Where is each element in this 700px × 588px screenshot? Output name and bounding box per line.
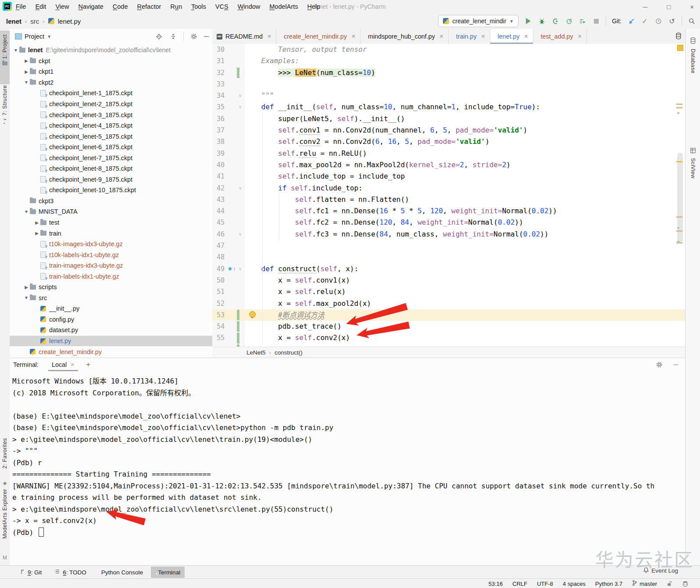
close-icon[interactable]: ✕ <box>439 33 444 39</box>
line-number[interactable]: 40 <box>212 159 225 171</box>
tree-item-lenet[interactable]: ▼lenetE:\gitee\mindspore\model_zoo\offic… <box>10 45 212 56</box>
minimize-button[interactable]: ─ <box>643 3 648 11</box>
menu-refactor[interactable]: Refactor <box>137 3 161 10</box>
project-panel-title[interactable]: Project <box>25 33 44 40</box>
fold-icon[interactable]: ∨ <box>239 101 242 113</box>
editor-gutter[interactable]: 36 <box>212 113 244 125</box>
run-button[interactable] <box>524 17 532 25</box>
hide-panel-button[interactable]: ─ <box>674 361 678 368</box>
editor-gutter[interactable]: 47 <box>212 240 244 251</box>
tree-expand-icon[interactable]: ▶ <box>23 285 30 290</box>
tree-expand-icon[interactable]: ▼ <box>23 209 30 214</box>
editor-gutter[interactable]: 53 <box>212 309 244 321</box>
status-caret-position[interactable]: 53:16 <box>489 581 503 587</box>
tab-train-py[interactable]: train.py✕ <box>449 29 490 44</box>
code-editor[interactable]: 30 Tensor, output tensor31 Examples:32 >… <box>212 44 685 347</box>
line-number[interactable]: 51 <box>212 286 225 298</box>
editor-gutter[interactable]: 34∨ <box>212 90 244 101</box>
editor-gutter[interactable]: 39 <box>212 148 244 159</box>
tab-create-lenet-mindir-py[interactable]: create_lenet_mindir.py✕ <box>276 29 361 44</box>
status-encoding[interactable]: UTF-8 <box>537 581 553 587</box>
tree-item-checkpoint-lenet-10-1875-ckpt[interactable]: checkpoint_lenet-10_1875.ckpt <box>10 185 212 196</box>
breadcrumb-class[interactable]: LeNet5 <box>246 349 266 356</box>
tree-item-checkpoint-lenet-2-1875-ckpt[interactable]: checkpoint_lenet-2_1875.ckpt <box>10 99 212 110</box>
line-number[interactable]: 30 <box>212 44 225 55</box>
inspections-indicator[interactable] <box>677 45 683 51</box>
editor-gutter[interactable]: 45 <box>212 217 244 228</box>
settings-gear-icon[interactable] <box>655 361 663 369</box>
status-line-separator[interactable]: CRLF <box>512 581 527 587</box>
tree-expand-icon[interactable]: ▶ <box>23 69 30 74</box>
line-number[interactable]: 34 <box>212 90 225 101</box>
menu-edit[interactable]: Edit <box>35 3 46 10</box>
line-number[interactable]: 52 <box>212 298 225 309</box>
line-number[interactable]: 35 <box>212 101 225 113</box>
tree-item-src[interactable]: ▼src <box>10 293 212 304</box>
toolwindow-favorites[interactable]: 2: Favorites <box>0 438 10 480</box>
tree-item-scripts[interactable]: ▶scripts <box>10 282 212 293</box>
terminal-tab-local[interactable]: Local ✕ <box>50 358 76 371</box>
search-everywhere-button[interactable] <box>688 17 696 25</box>
line-number[interactable]: 37 <box>212 125 225 136</box>
editor-gutter[interactable]: 43 <box>212 194 244 205</box>
tree-expand-icon[interactable]: ▶ <box>23 58 30 63</box>
git-update-button[interactable] <box>627 17 635 25</box>
toolwindow-button-terminal[interactable]: Terminal <box>151 566 185 578</box>
maximize-button[interactable]: □ <box>667 3 671 11</box>
tree-item-checkpoint-lenet-5-1875-ckpt[interactable]: checkpoint_lenet-5_1875.ckpt <box>10 131 212 142</box>
tab-readme-md[interactable]: MDREADME.md✕ <box>212 29 276 44</box>
editor-gutter[interactable]: 48 <box>212 251 244 263</box>
line-number[interactable]: 54 <box>212 321 225 332</box>
menu-run[interactable]: Run <box>170 3 182 10</box>
debug-button[interactable] <box>538 17 546 25</box>
editor-gutter[interactable]: 49∨↑ <box>212 263 244 275</box>
event-log[interactable]: Event Log <box>643 567 678 574</box>
collapse-all-button[interactable] <box>169 32 177 40</box>
editor-gutter[interactable]: 51 <box>212 286 244 298</box>
fold-icon[interactable]: ∨ <box>239 229 242 240</box>
line-number[interactable]: 46 <box>212 229 225 240</box>
tree-item-lenet-py[interactable]: lenet.py <box>10 336 212 347</box>
toolwindow-structure[interactable]: 7: Structure ▪▪▪ <box>0 85 10 138</box>
menu-navigate[interactable]: Navigate <box>79 3 104 10</box>
breadcrumb-method[interactable]: construct() <box>275 349 303 356</box>
line-number[interactable]: 48 <box>212 251 225 263</box>
editor-gutter[interactable]: 33 <box>212 79 244 90</box>
editor-gutter[interactable]: 46∨ <box>212 229 244 240</box>
close-icon[interactable]: ✕ <box>578 33 582 39</box>
fold-icon[interactable]: ∨ <box>239 263 242 275</box>
close-icon[interactable]: ✕ <box>351 33 356 39</box>
editor-gutter[interactable]: 30 <box>212 44 244 55</box>
tree-item-checkpoint-lenet-6-1875-ckpt[interactable]: checkpoint_lenet-6_1875.ckpt <box>10 142 212 153</box>
line-number[interactable]: 36 <box>212 113 225 125</box>
toolwindow-database[interactable]: Database <box>686 37 700 74</box>
tree-item-checkpoint-lenet-8-1875-ckpt[interactable]: checkpoint_lenet-8_1875.ckpt <box>10 163 212 174</box>
line-number[interactable]: 38 <box>212 136 225 147</box>
tree-item-train-images-idx3-ubyte-gz[interactable]: train-images-idx3-ubyte.gz <box>10 260 212 271</box>
line-number[interactable]: 32 <box>212 67 225 79</box>
menu-file[interactable]: File <box>16 3 26 10</box>
close-icon[interactable]: ✕ <box>267 33 271 39</box>
line-number[interactable]: 39 <box>212 148 225 159</box>
tree-item-t10k-labels-idx1-ubyte-gz[interactable]: t10k-labels-idx1-ubyte.gz <box>10 249 212 260</box>
toolwindow-sciview[interactable]: SciView <box>686 147 700 179</box>
tree-item-ckpt[interactable]: ▶ckpt <box>10 56 212 67</box>
lock-icon[interactable] <box>667 581 672 587</box>
hide-panel-button[interactable]: ─ <box>204 32 209 40</box>
tree-item-train-labels-idx1-ubyte-gz[interactable]: train-labels-idx1-ubyte.gz <box>10 271 212 282</box>
status-python-interpreter[interactable]: Python 3.7 <box>595 581 622 587</box>
tree-item-mnist-data[interactable]: ▼MNIST_DATA <box>10 206 212 217</box>
settings-gear-icon[interactable] <box>190 32 198 40</box>
editor-gutter[interactable]: 38 <box>212 136 244 147</box>
line-number[interactable]: 31 <box>212 55 225 67</box>
tree-item-checkpoint-lenet-4-1875-ckpt[interactable]: checkpoint_lenet-4_1875.ckpt <box>10 120 212 131</box>
stop-button[interactable] <box>592 17 600 25</box>
new-terminal-button[interactable]: + <box>86 360 90 369</box>
git-commit-button[interactable]: ✓ <box>641 17 649 25</box>
rollback-button[interactable]: ↺ <box>668 17 676 25</box>
tree-expand-icon[interactable]: ▶ <box>33 231 40 236</box>
menu-window[interactable]: Window <box>238 3 261 10</box>
tab-mindspore-hub-conf-py[interactable]: mindspore_hub_conf.py✕ <box>361 29 449 44</box>
editor-gutter[interactable]: 55 <box>212 332 244 344</box>
tree-item-create-lenet-mindir-py[interactable]: create_lenet_mindir.py <box>10 346 212 357</box>
